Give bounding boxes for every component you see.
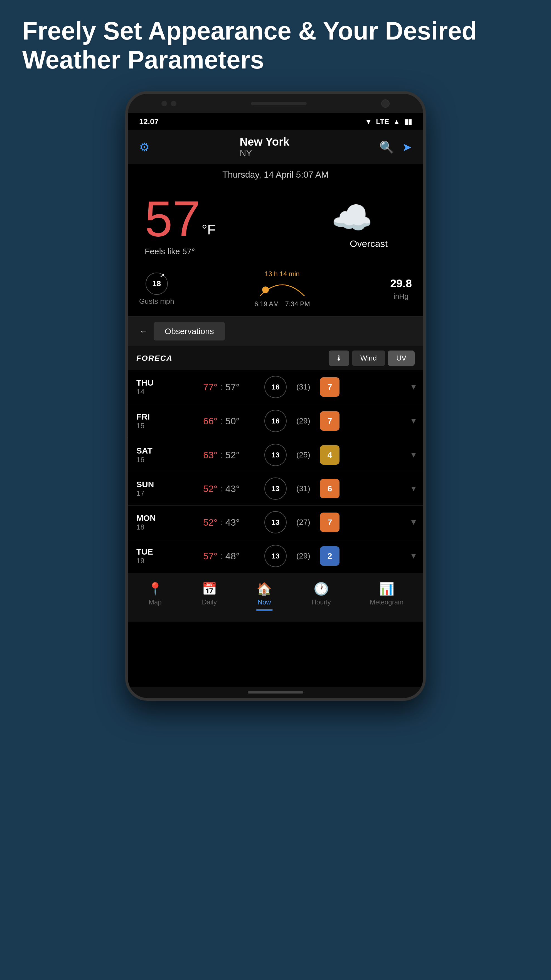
pressure-value: 29.8 <box>390 277 412 290</box>
condition-label: Overcast <box>350 238 387 249</box>
state-name: NY <box>240 148 289 158</box>
status-bar: 12.07 ▼ LTE ▲ ▮▮ <box>128 113 423 130</box>
day-name: THU <box>137 378 164 388</box>
day-name: TUE <box>137 547 164 557</box>
battery-icon: ▮▮ <box>404 118 412 126</box>
observations-button[interactable]: Observations <box>154 322 225 340</box>
day-name: SAT <box>137 446 164 455</box>
forecast-row[interactable]: TUE 19 🌧 57° : 48° 13 (29) 2 ▼ <box>128 539 423 573</box>
back-arrow-icon[interactable]: ← <box>139 326 148 337</box>
nav-item-hourly[interactable]: 🕐 Hourly <box>306 579 336 613</box>
gust-value: (29) <box>292 552 314 560</box>
day-info: FRI 15 <box>137 412 164 430</box>
location-icon[interactable]: ➤ <box>402 140 412 154</box>
chevron-down-icon: ▼ <box>410 552 418 560</box>
weather-condition-icon: 🌤 <box>170 444 198 466</box>
forecast-row[interactable]: SAT 16 🌤 63° : 52° 13 (25) 4 ▼ <box>128 438 423 472</box>
day-number: 17 <box>137 489 164 498</box>
high-temp: 52° <box>203 517 218 528</box>
day-name: SUN <box>137 480 164 489</box>
status-time: 12.07 <box>139 117 159 126</box>
high-temp: 77° <box>203 382 218 393</box>
weather-stats: 18 ↗ Gusts mph 13 h 14 min <box>128 264 423 317</box>
bottom-nav: 📍 Map 📅 Daily 🏠 Now 🕐 Hourly 📊 Meteogram <box>128 573 423 622</box>
nav-item-now[interactable]: 🏠 Now <box>251 579 278 613</box>
low-temp: 50° <box>225 416 240 426</box>
day-name: FRI <box>137 412 164 422</box>
high-temp: 52° <box>203 483 218 494</box>
forecast-row[interactable]: MON 18 🌤 52° : 43° 13 (27) 7 ▼ <box>128 506 423 539</box>
sun-stat: 13 h 14 min 6:19 AM 7:34 PM <box>254 270 310 308</box>
phone-speaker <box>251 102 306 105</box>
nav-item-daily[interactable]: 📅 Daily <box>196 579 222 613</box>
day-number: 19 <box>137 557 164 565</box>
main-weather: 57 °F Feels like 57° ☁️🌥 Overcast <box>128 185 423 264</box>
gusts-label: Gusts mph <box>139 297 174 306</box>
weather-condition-icon: 🌧 <box>170 545 198 567</box>
temp-range: 52° : 43° <box>203 483 259 494</box>
forecast-row[interactable]: SUN 17 🌤 52° : 43° 13 (31) 6 ▼ <box>128 472 423 506</box>
wind-tab[interactable]: Wind <box>352 350 385 366</box>
nav-label-now: Now <box>258 598 271 606</box>
gust-value: (31) <box>292 383 314 391</box>
wind-badge: 13 <box>264 511 287 533</box>
wind-arrow-icon: ↗ <box>160 272 165 279</box>
lte-label: LTE <box>376 118 389 126</box>
phone-camera <box>381 99 390 108</box>
nav-icon-map: 📍 <box>148 582 163 596</box>
settings-icon[interactable]: ⚙ <box>139 140 150 154</box>
low-temp: 48° <box>225 551 240 562</box>
forecast-row[interactable]: THU 14 ⛈ 77° : 57° 16 (31) 7 ▼ <box>128 370 423 404</box>
gust-value: (29) <box>292 417 314 425</box>
forecast-row[interactable]: FRI 15 ☀ 66° : 50° 16 (29) 7 ▼ <box>128 404 423 438</box>
day-info: MON 18 <box>137 513 164 531</box>
wind-stat: 18 ↗ Gusts mph <box>139 272 174 306</box>
forecast-list: THU 14 ⛈ 77° : 57° 16 (31) 7 ▼ FRI 15 ☀ … <box>128 370 423 573</box>
date-row: Thursday, 14 April 5:07 AM <box>128 164 423 185</box>
uv-badge: 7 <box>320 411 340 431</box>
gust-value: (25) <box>292 450 314 460</box>
nav-label-hourly: Hourly <box>311 598 330 606</box>
svg-point-0 <box>262 286 269 293</box>
chevron-down-icon: ▼ <box>410 484 418 493</box>
nav-label-daily: Daily <box>202 598 217 606</box>
uv-badge: 7 <box>320 512 340 532</box>
day-info: SAT 16 <box>137 446 164 464</box>
wind-circle: 18 ↗ <box>146 272 168 295</box>
city-name: New York <box>240 135 289 148</box>
pressure-unit: inHg <box>394 292 408 301</box>
phone-frame: 12.07 ▼ LTE ▲ ▮▮ ⚙ New York NY 🔍 ➤ <box>125 91 426 701</box>
temp-separator: : <box>220 450 222 460</box>
uv-badge: 4 <box>320 445 340 465</box>
nav-item-map[interactable]: 📍 Map <box>142 579 168 613</box>
sunrise-time: 6:19 AM <box>254 300 279 308</box>
signal-icon: ▲ <box>393 118 400 126</box>
low-temp: 43° <box>225 517 240 528</box>
search-icon[interactable]: 🔍 <box>379 140 394 154</box>
weather-condition-icon: 🌤 <box>170 511 198 533</box>
day-number: 14 <box>137 388 164 396</box>
gust-value: (31) <box>292 484 314 493</box>
wind-badge: 16 <box>264 376 287 398</box>
nav-icon-hourly: 🕐 <box>314 582 329 596</box>
day-name: MON <box>137 513 164 523</box>
weather-condition-icon: ☀ <box>170 410 198 433</box>
sun-duration: 13 h 14 min <box>265 270 299 278</box>
page-header: Freely Set Appearance & Your Desired Wea… <box>0 0 551 86</box>
forecast-tabs: 🌡 Wind UV <box>329 350 414 366</box>
temp-range: 63° : 52° <box>203 450 259 460</box>
wifi-icon: ▼ <box>365 118 372 126</box>
sun-section: 13 h 14 min 6:19 AM 7:34 PM <box>254 270 310 308</box>
day-number: 16 <box>137 455 164 464</box>
thermometer-tab[interactable]: 🌡 <box>329 350 349 366</box>
phone-bottom <box>128 687 423 698</box>
uv-tab[interactable]: UV <box>388 350 414 366</box>
observations-bar: ← Observations <box>128 317 423 346</box>
location-info: New York NY <box>240 135 289 158</box>
uv-badge: 7 <box>320 377 340 397</box>
temp-range: 77° : 57° <box>203 382 259 393</box>
chevron-down-icon: ▼ <box>410 518 418 527</box>
nav-label-map: Map <box>149 598 162 606</box>
nav-item-meteogram[interactable]: 📊 Meteogram <box>364 579 409 613</box>
nav-icon-meteogram: 📊 <box>379 582 394 596</box>
